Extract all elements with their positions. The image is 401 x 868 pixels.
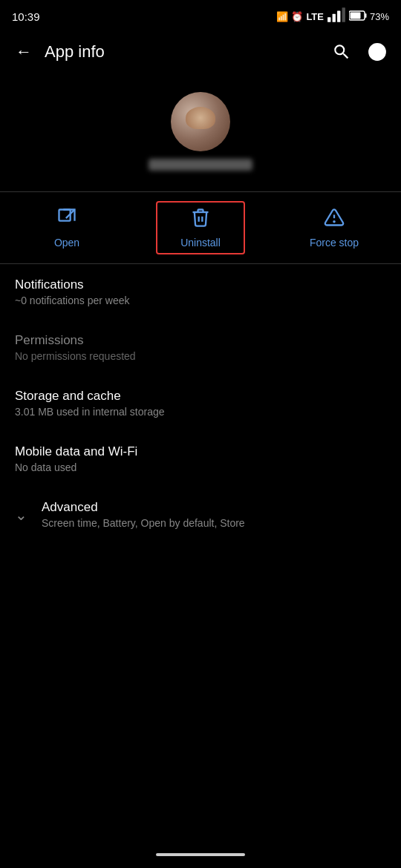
- force-stop-button[interactable]: Force stop: [290, 201, 379, 254]
- svg-rect-3: [342, 7, 345, 22]
- open-icon: [56, 207, 77, 232]
- force-stop-label: Force stop: [310, 237, 359, 249]
- lte-label: LTE: [306, 11, 324, 22]
- warning-icon: [324, 207, 345, 232]
- status-time: 10:39: [12, 10, 40, 23]
- top-bar: ← App info: [0, 30, 401, 74]
- top-actions: [327, 37, 392, 67]
- svg-rect-2: [337, 10, 340, 22]
- permissions-item[interactable]: Permissions No permissions requested: [0, 320, 401, 375]
- app-icon: [171, 92, 230, 151]
- svg-rect-1: [333, 13, 336, 22]
- battery-percent: 73%: [370, 11, 389, 22]
- permissions-title: Permissions: [15, 333, 386, 348]
- back-arrow-icon: ←: [16, 42, 32, 62]
- help-button[interactable]: [362, 37, 392, 67]
- chevron-down-icon: ⌄: [15, 506, 39, 524]
- notifications-title: Notifications: [15, 277, 386, 292]
- trash-icon: [190, 207, 211, 232]
- app-name: [149, 159, 252, 171]
- action-row: Open Uninstall Force stop: [0, 192, 401, 264]
- status-icons: 📶 ⏰ LTE 73%: [276, 6, 389, 27]
- app-icon-area: [0, 74, 401, 191]
- open-button[interactable]: Open: [22, 201, 111, 254]
- search-icon: [332, 42, 351, 62]
- list-section: Notifications ~0 notifications per week …: [0, 264, 401, 542]
- storage-subtitle: 3.01 MB used in internal storage: [15, 406, 386, 418]
- uninstall-label: Uninstall: [180, 237, 221, 249]
- trash-svg-icon: [190, 207, 211, 228]
- svg-rect-0: [327, 17, 330, 22]
- mobile-data-item[interactable]: Mobile data and Wi-Fi No data used: [0, 431, 401, 487]
- warning-svg-icon: [324, 207, 345, 228]
- mobile-data-title: Mobile data and Wi-Fi: [15, 444, 386, 459]
- permissions-subtitle: No permissions requested: [15, 350, 386, 362]
- help-icon: [368, 42, 387, 62]
- advanced-subtitle: Screen time, Battery, Open by default, S…: [42, 517, 245, 529]
- storage-title: Storage and cache: [15, 389, 386, 404]
- sim-icon: 📶: [276, 11, 288, 22]
- page-title: App info: [45, 42, 327, 62]
- notifications-subtitle: ~0 notifications per week: [15, 295, 386, 306]
- uninstall-button[interactable]: Uninstall: [156, 201, 245, 254]
- home-indicator: [156, 853, 245, 856]
- status-bar: 10:39 📶 ⏰ LTE 73%: [0, 0, 401, 30]
- svg-rect-5: [365, 13, 366, 18]
- back-button[interactable]: ←: [9, 37, 39, 67]
- advanced-title: Advanced: [42, 500, 245, 515]
- open-svg-icon: [56, 207, 77, 228]
- svg-rect-6: [350, 12, 360, 19]
- search-button[interactable]: [327, 37, 356, 67]
- advanced-item[interactable]: ⌄ Advanced Screen time, Battery, Open by…: [0, 487, 401, 542]
- signal-icon: [327, 6, 346, 27]
- mobile-data-subtitle: No data used: [15, 461, 386, 473]
- storage-item[interactable]: Storage and cache 3.01 MB used in intern…: [0, 375, 401, 431]
- battery-icon: [349, 10, 367, 23]
- open-label: Open: [54, 237, 79, 249]
- alarm-icon: ⏰: [291, 11, 303, 22]
- notifications-item[interactable]: Notifications ~0 notifications per week: [0, 264, 401, 320]
